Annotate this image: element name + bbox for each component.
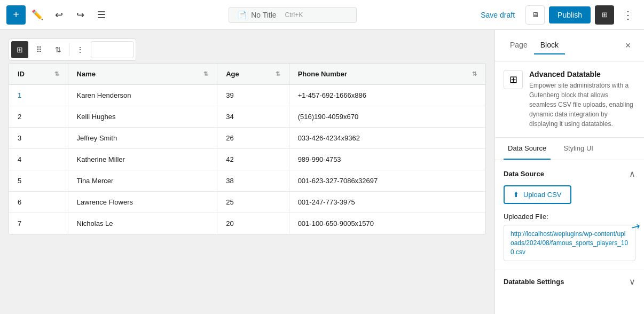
chevron-down-icon: ∨ — [629, 277, 635, 286]
preview-button[interactable]: 🖥 — [525, 5, 545, 25]
cell-age: 20 — [217, 213, 289, 234]
post-title: No Title — [251, 11, 276, 19]
sort-icon-age[interactable]: ⇅ — [276, 70, 280, 77]
panel-content: Data Source ∧ ⬆ Upload CSV Uploaded File… — [495, 160, 644, 270]
arrows-updown-icon: ⇅ — [55, 45, 61, 54]
cell-phone: 001-100-650-9005x1570 — [289, 213, 485, 234]
cell-age: 26 — [217, 128, 289, 149]
column-header-id: ID ⇅ — [9, 64, 68, 85]
upload-icon: ⬆ — [513, 191, 519, 199]
settings-icon: ⊞ — [602, 11, 608, 19]
datatable-settings-title: Datatable Settings — [504, 278, 564, 286]
sort-icon-name[interactable]: ⇅ — [203, 70, 208, 77]
table-row: 5Tina Mercer38001-623-327-7086x32697 — [9, 170, 485, 192]
edit-button[interactable]: ✏️ — [28, 5, 47, 25]
cell-age: 39 — [217, 85, 289, 106]
monitor-icon: 🖥 — [532, 11, 539, 19]
sidebar-tab-block[interactable]: Block — [534, 36, 565, 54]
undo-icon: ↩ — [55, 9, 63, 21]
save-draft-button[interactable]: Save draft — [474, 7, 521, 22]
cell-id: 5 — [9, 170, 68, 192]
cell-name: Kelli Hughes — [68, 106, 217, 128]
plus-icon: + — [13, 9, 19, 21]
uploaded-file-section: Uploaded File: http://localhost/weplugin… — [504, 213, 635, 261]
cell-phone: 001-247-773-3975 — [289, 192, 485, 213]
sidebar-header: Page Block × — [495, 30, 644, 61]
sort-icon-id[interactable]: ⇅ — [54, 70, 59, 77]
block-toolbar: ⊞ ⠿ ⇅ ⋮ — [9, 38, 136, 61]
datatable-settings-collapse-button[interactable]: ∨ — [629, 277, 635, 287]
sidebar: Page Block × ⊞ Advanced Datatable Empowe… — [494, 30, 644, 314]
cell-name: Lawrence Flowers — [68, 192, 217, 213]
column-header-name: Name ⇅ — [68, 64, 217, 85]
title-shortcut: Ctrl+K — [285, 11, 303, 19]
cell-id: 2 — [9, 106, 68, 128]
cell-name: Nicholas Le — [68, 213, 217, 234]
cell-phone: (516)190-4059x670 — [289, 106, 485, 128]
table-view-button[interactable]: ⊞ — [11, 41, 28, 58]
upload-csv-label: Upload CSV — [523, 191, 562, 199]
table-row: 2Kelli Hughes34(516)190-4059x670 — [9, 106, 485, 128]
uploaded-file-url: http://localhost/weplugins/wp-content/up… — [504, 225, 635, 261]
sidebar-close-button[interactable]: × — [621, 38, 635, 53]
cell-id: 4 — [9, 149, 68, 170]
column-label-age: Age — [226, 70, 239, 78]
column-label-phone: Phone Number — [298, 70, 347, 78]
ellipsis-vertical-icon: ⋮ — [623, 9, 633, 21]
column-label-id: ID — [18, 70, 25, 78]
upload-csv-button[interactable]: ⬆ Upload CSV — [504, 185, 571, 204]
table-row: 1Karen Henderson39+1-457-692-1666x886 — [9, 85, 485, 106]
cell-age: 38 — [217, 170, 289, 192]
main-layout: ⊞ ⠿ ⇅ ⋮ ID — [0, 30, 644, 314]
post-title-bar[interactable]: 📄 No Title Ctrl+K — [229, 7, 357, 23]
table-icon: ⊞ — [17, 45, 23, 54]
cell-phone: 989-990-4753 — [289, 149, 485, 170]
drag-icon: ⠿ — [36, 45, 42, 54]
panel-tab-datasource[interactable]: Data Source — [504, 138, 551, 160]
cell-id: 3 — [9, 128, 68, 149]
sidebar-tab-group: Page Block — [504, 36, 565, 54]
list-view-button[interactable]: ☰ — [92, 5, 111, 25]
list-icon: ☰ — [97, 9, 106, 21]
sort-icon-phone[interactable]: ⇅ — [472, 70, 477, 77]
file-url-text: http://localhost/weplugins/wp-content/up… — [511, 230, 628, 256]
more-block-options-button[interactable]: ⋮ — [72, 41, 89, 58]
panel-tab-styling[interactable]: Styling UI — [559, 138, 598, 160]
table-row: 4Katherine Miller42989-990-4753 — [9, 149, 485, 170]
block-search-input[interactable] — [91, 41, 133, 58]
add-block-button[interactable]: + — [6, 5, 26, 25]
cell-id: 6 — [9, 192, 68, 213]
data-table: ID ⇅ Name ⇅ Age — [9, 63, 486, 234]
cell-name: Karen Henderson — [68, 85, 217, 106]
editor-area: ⊞ ⠿ ⇅ ⋮ ID — [0, 30, 494, 314]
block-info-text: Advanced Datatable Empower site administ… — [529, 70, 635, 129]
toolbar-divider — [69, 43, 69, 56]
undo-button[interactable]: ↩ — [49, 5, 68, 25]
more-options-button[interactable]: ⋮ — [618, 5, 638, 25]
block-icon: ⊞ — [504, 70, 523, 89]
data-source-title: Data Source — [504, 170, 544, 178]
block-description: Empower site administrators with a Guten… — [529, 81, 635, 129]
publish-button[interactable]: Publish — [549, 6, 591, 23]
panel-tabs: Data Source Styling UI — [495, 138, 644, 160]
drag-handle-button[interactable]: ⠿ — [30, 41, 48, 58]
data-source-collapse-button[interactable]: ∧ — [629, 169, 635, 179]
redo-button[interactable]: ↪ — [70, 5, 90, 25]
table-element: ID ⇅ Name ⇅ Age — [9, 64, 485, 234]
table-header: ID ⇅ Name ⇅ Age — [9, 64, 485, 85]
document-icon: 📄 — [238, 11, 247, 19]
settings-toggle-button[interactable]: ⊞ — [595, 5, 614, 25]
table-row: 6Lawrence Flowers25001-247-773-3975 — [9, 192, 485, 213]
cell-phone: 033-426-4234x9362 — [289, 128, 485, 149]
redo-icon: ↪ — [76, 9, 84, 21]
column-header-phone: Phone Number ⇅ — [289, 64, 485, 85]
datatable-settings-section[interactable]: Datatable Settings ∨ — [495, 270, 644, 293]
move-up-down-button[interactable]: ⇅ — [50, 41, 67, 58]
table-body: 1Karen Henderson39+1-457-692-1666x8862Ke… — [9, 85, 485, 234]
sidebar-tab-page[interactable]: Page — [504, 36, 534, 54]
pencil-icon: ✏️ — [32, 9, 43, 21]
block-info-section: ⊞ Advanced Datatable Empower site admini… — [495, 61, 644, 138]
cell-age: 25 — [217, 192, 289, 213]
cell-id: 1 — [9, 85, 68, 106]
cell-age: 34 — [217, 106, 289, 128]
